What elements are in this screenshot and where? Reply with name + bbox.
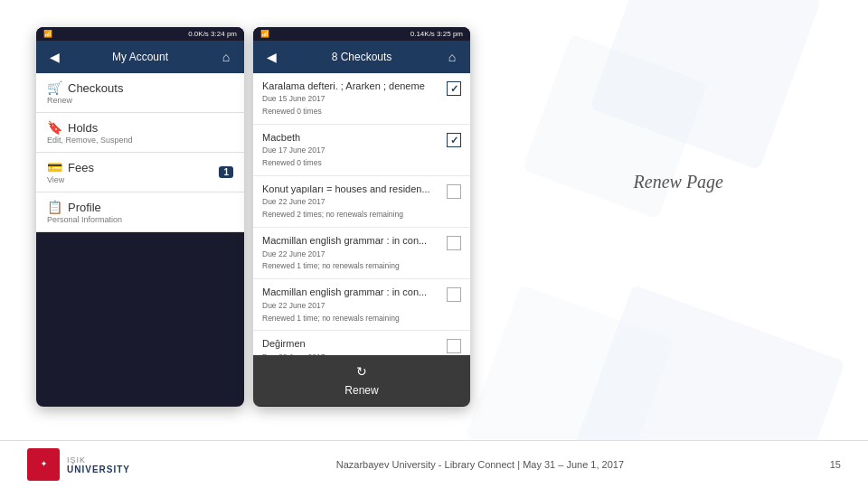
profile-subtitle: Personal Information (47, 215, 233, 224)
checkout-item-4-checkbox[interactable] (447, 236, 461, 250)
fees-badge: 1 (219, 166, 233, 178)
checkout-item-2-renewals: Renewed 0 times (262, 158, 439, 169)
left-status-text: 0.0K/s 3:24 pm (188, 30, 237, 38)
checkout-item-5-title: Macmillan english grammar : in con... (262, 286, 439, 298)
logo-line2: UNIVERSITY (67, 465, 130, 474)
right-signal: 📶 (260, 30, 269, 38)
checkout-item-4[interactable]: Macmillan english grammar : in con... Du… (253, 228, 470, 279)
left-home-icon[interactable]: ⌂ (217, 48, 235, 66)
footer: ✦ IŞIK UNIVERSITY Nazarbayev University … (0, 440, 868, 488)
checkout-item-6-title: Değirmen (262, 337, 439, 350)
right-status-bar: 📶 0.14K/s 3:25 pm (253, 27, 470, 41)
checkout-item-2-title: Macbeth (262, 131, 439, 144)
checkout-item-5[interactable]: Macmillan english grammar : in con... Du… (253, 279, 470, 331)
menu-item-checkouts-left: 🛒 Checkouts Renew (47, 80, 233, 105)
footer-logo: ✦ IŞIK UNIVERSITY (27, 448, 130, 481)
footer-center-text: Nazarbayev University - Library Connect … (336, 459, 624, 470)
checkout-item-1-info: Karalama defteri. ; Ararken ; deneme Due… (262, 80, 439, 117)
checkout-item-3[interactable]: Konut yapıları = houses and residen... D… (253, 176, 470, 228)
checkout-item-4-title: Macmillan english grammar : in con... (262, 234, 439, 247)
checkout-item-3-checkbox[interactable] (447, 184, 461, 199)
right-nav-title: 8 Checkouts (332, 51, 392, 63)
fees-icon: 💳 (47, 160, 62, 174)
checkout-item-2-checkbox[interactable] (447, 133, 461, 147)
university-logo-icon: ✦ (27, 448, 60, 481)
menu-item-holds-left: 🔖 Holds Edit, Remove, Suspend (47, 120, 233, 145)
checkout-item-1-renewals: Renewed 0 times (262, 107, 439, 117)
checkout-item-1-title: Karalama defteri. ; Ararken ; deneme (262, 80, 439, 92)
checkouts-icon: 🛒 (47, 80, 62, 95)
checkout-item-1-checkbox[interactable] (447, 81, 461, 96)
menu-item-checkouts[interactable]: 🛒 Checkouts Renew (36, 73, 244, 113)
right-nav-bar: ◀ 8 Checkouts ⌂ (253, 41, 470, 73)
checkouts-title: 🛒 Checkouts (47, 80, 233, 95)
renew-button-label: Renew (344, 384, 378, 397)
checkout-item-1-due: Due 15 June 2017 (262, 94, 439, 105)
renew-refresh-icon: ↻ (356, 364, 367, 379)
phone-left: 📶 0.0K/s 3:24 pm ◀ My Account ⌂ 🛒 Che (36, 27, 244, 407)
logo-line1: IŞIK (67, 455, 130, 465)
left-phone-body: 🛒 Checkouts Renew 🔖 Holds (36, 73, 244, 232)
holds-icon: 🔖 (47, 120, 62, 135)
main-content: 📶 0.0K/s 3:24 pm ◀ My Account ⌂ 🛒 Che (0, 0, 868, 440)
profile-title: 📋 Profile (47, 200, 233, 214)
left-nav-title: My Account (112, 51, 168, 63)
checkout-item-3-title: Konut yapıları = houses and residen... (262, 183, 439, 195)
fees-title: 💳 Fees (47, 160, 212, 174)
checkout-item-5-checkbox[interactable] (447, 287, 461, 302)
checkouts-subtitle: Renew (47, 96, 233, 105)
checkout-item-4-info: Macmillan english grammar : in con... Du… (262, 234, 439, 272)
holds-title: 🔖 Holds (47, 120, 233, 135)
logo-icon-text: ✦ (41, 460, 47, 469)
checkout-item-5-due: Due 22 June 2017 (262, 301, 439, 312)
checkout-item-2-due: Due 17 June 2017 (262, 145, 439, 156)
checkout-item-6-info: Değirmen Due 28 June 2017 Renewed 0 time… (262, 337, 439, 355)
phones-wrapper: 📶 0.0K/s 3:24 pm ◀ My Account ⌂ 🛒 Che (36, 27, 470, 407)
logo-text: IŞIK UNIVERSITY (67, 455, 130, 474)
right-back-icon[interactable]: ◀ (262, 48, 280, 66)
left-status-bar: 📶 0.0K/s 3:24 pm (36, 27, 244, 41)
checkout-item-5-info: Macmillan english grammar : in con... Du… (262, 286, 439, 324)
left-signal: 📶 (43, 30, 52, 38)
left-back-icon[interactable]: ◀ (45, 48, 63, 66)
right-status-text: 0.14K/s 3:25 pm (410, 30, 463, 38)
checkout-item-3-renewals: Renewed 2 times; no renewals remaining (262, 210, 439, 221)
checkout-item-4-due: Due 22 June 2017 (262, 249, 439, 260)
left-nav-bar: ◀ My Account ⌂ (36, 41, 244, 73)
checkout-list: Karalama defteri. ; Ararken ; deneme Due… (253, 73, 470, 355)
menu-item-profile-left: 📋 Profile Personal Information (47, 200, 233, 224)
phone-right: 📶 0.14K/s 3:25 pm ◀ 8 Checkouts ⌂ Karala… (253, 27, 470, 407)
checkout-item-2[interactable]: Macbeth Due 17 June 2017 Renewed 0 times (253, 125, 470, 176)
holds-subtitle: Edit, Remove, Suspend (47, 136, 233, 145)
checkout-item-3-due: Due 22 June 2017 (262, 197, 439, 208)
checkout-item-5-renewals: Renewed 1 time; no renewals remaining (262, 314, 439, 324)
menu-item-profile[interactable]: 📋 Profile Personal Information (36, 192, 244, 232)
renew-page-label: Renew Page (634, 172, 723, 192)
fees-subtitle: View (47, 175, 212, 184)
menu-item-holds[interactable]: 🔖 Holds Edit, Remove, Suspend (36, 113, 244, 153)
menu-item-fees[interactable]: 💳 Fees View 1 (36, 153, 244, 192)
checkout-item-1[interactable]: Karalama defteri. ; Ararken ; deneme Due… (253, 73, 470, 125)
footer-page-number: 15 (830, 459, 841, 470)
right-phone-body: Karalama defteri. ; Ararken ; deneme Due… (253, 73, 470, 406)
checkout-item-6[interactable]: Değirmen Due 28 June 2017 Renewed 0 time… (253, 331, 470, 355)
checkout-item-4-renewals: Renewed 1 time; no renewals remaining (262, 261, 439, 272)
profile-icon: 📋 (47, 200, 62, 214)
checkout-item-6-checkbox[interactable] (447, 339, 461, 353)
right-home-icon[interactable]: ⌂ (443, 48, 461, 66)
checkout-item-2-info: Macbeth Due 17 June 2017 Renewed 0 times (262, 131, 439, 169)
checkout-item-3-info: Konut yapıları = houses and residen... D… (262, 183, 439, 221)
renew-button[interactable]: ↻ Renew (253, 355, 470, 406)
menu-item-fees-left: 💳 Fees View (47, 160, 212, 184)
content-area: 📶 0.0K/s 3:24 pm ◀ My Account ⌂ 🛒 Che (0, 0, 868, 488)
